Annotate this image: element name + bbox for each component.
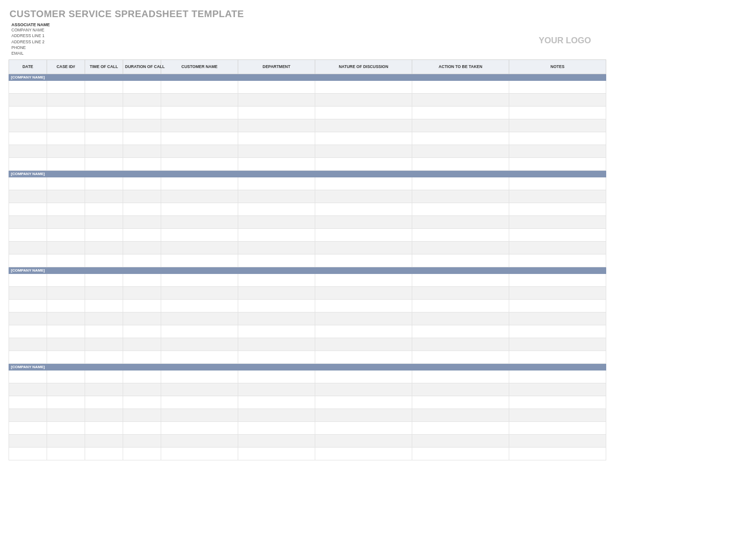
table-cell[interactable] xyxy=(47,228,85,241)
table-cell[interactable] xyxy=(238,145,315,157)
table-cell[interactable] xyxy=(123,312,161,325)
table-cell[interactable] xyxy=(47,203,85,215)
table-cell[interactable] xyxy=(85,80,123,93)
table-cell[interactable] xyxy=(315,434,412,447)
table-cell[interactable] xyxy=(238,93,315,106)
table-cell[interactable] xyxy=(123,447,161,460)
table-cell[interactable] xyxy=(412,177,509,190)
table-cell[interactable] xyxy=(9,383,47,396)
table-cell[interactable] xyxy=(315,203,412,215)
table-cell[interactable] xyxy=(9,299,47,312)
table-cell[interactable] xyxy=(85,254,123,267)
table-cell[interactable] xyxy=(509,215,606,228)
table-cell[interactable] xyxy=(9,338,47,351)
table-cell[interactable] xyxy=(315,215,412,228)
table-cell[interactable] xyxy=(47,421,85,434)
table-cell[interactable] xyxy=(47,215,85,228)
table-cell[interactable] xyxy=(315,396,412,409)
table-cell[interactable] xyxy=(509,203,606,215)
table-cell[interactable] xyxy=(85,190,123,203)
table-cell[interactable] xyxy=(161,351,238,363)
table-cell[interactable] xyxy=(85,299,123,312)
table-cell[interactable] xyxy=(238,434,315,447)
table-cell[interactable] xyxy=(9,254,47,267)
table-cell[interactable] xyxy=(315,80,412,93)
table-cell[interactable] xyxy=(9,370,47,383)
table-cell[interactable] xyxy=(161,325,238,338)
table-cell[interactable] xyxy=(509,421,606,434)
table-cell[interactable] xyxy=(123,351,161,363)
table-cell[interactable] xyxy=(315,325,412,338)
table-cell[interactable] xyxy=(412,106,509,119)
table-cell[interactable] xyxy=(85,351,123,363)
table-cell[interactable] xyxy=(85,145,123,157)
table-cell[interactable] xyxy=(161,145,238,157)
table-cell[interactable] xyxy=(238,409,315,421)
table-cell[interactable] xyxy=(238,383,315,396)
table-cell[interactable] xyxy=(123,409,161,421)
table-cell[interactable] xyxy=(315,157,412,170)
table-cell[interactable] xyxy=(123,325,161,338)
table-cell[interactable] xyxy=(85,132,123,145)
table-cell[interactable] xyxy=(47,254,85,267)
table-cell[interactable] xyxy=(123,157,161,170)
table-cell[interactable] xyxy=(47,157,85,170)
table-cell[interactable] xyxy=(238,228,315,241)
table-cell[interactable] xyxy=(509,157,606,170)
table-cell[interactable] xyxy=(85,325,123,338)
table-cell[interactable] xyxy=(161,434,238,447)
table-cell[interactable] xyxy=(412,325,509,338)
table-cell[interactable] xyxy=(123,93,161,106)
table-cell[interactable] xyxy=(47,434,85,447)
table-cell[interactable] xyxy=(509,254,606,267)
table-cell[interactable] xyxy=(238,203,315,215)
table-cell[interactable] xyxy=(412,80,509,93)
table-cell[interactable] xyxy=(315,106,412,119)
table-cell[interactable] xyxy=(47,177,85,190)
table-cell[interactable] xyxy=(315,299,412,312)
table-cell[interactable] xyxy=(238,241,315,254)
table-cell[interactable] xyxy=(509,132,606,145)
table-cell[interactable] xyxy=(161,447,238,460)
table-cell[interactable] xyxy=(123,273,161,286)
table-cell[interactable] xyxy=(315,190,412,203)
table-cell[interactable] xyxy=(47,119,85,132)
table-cell[interactable] xyxy=(85,434,123,447)
table-cell[interactable] xyxy=(123,203,161,215)
table-cell[interactable] xyxy=(238,312,315,325)
table-cell[interactable] xyxy=(123,434,161,447)
table-cell[interactable] xyxy=(47,286,85,299)
table-cell[interactable] xyxy=(238,286,315,299)
table-cell[interactable] xyxy=(9,157,47,170)
table-cell[interactable] xyxy=(47,370,85,383)
table-cell[interactable] xyxy=(123,145,161,157)
table-cell[interactable] xyxy=(47,299,85,312)
table-cell[interactable] xyxy=(412,286,509,299)
table-cell[interactable] xyxy=(9,203,47,215)
table-cell[interactable] xyxy=(509,93,606,106)
table-cell[interactable] xyxy=(238,299,315,312)
table-cell[interactable] xyxy=(85,421,123,434)
table-cell[interactable] xyxy=(238,80,315,93)
table-cell[interactable] xyxy=(9,132,47,145)
table-cell[interactable] xyxy=(9,119,47,132)
table-cell[interactable] xyxy=(85,338,123,351)
table-cell[interactable] xyxy=(238,215,315,228)
table-cell[interactable] xyxy=(412,215,509,228)
table-cell[interactable] xyxy=(315,286,412,299)
table-cell[interactable] xyxy=(412,132,509,145)
table-cell[interactable] xyxy=(315,228,412,241)
table-cell[interactable] xyxy=(9,286,47,299)
table-cell[interactable] xyxy=(9,80,47,93)
table-cell[interactable] xyxy=(85,228,123,241)
table-cell[interactable] xyxy=(47,273,85,286)
table-cell[interactable] xyxy=(123,383,161,396)
table-cell[interactable] xyxy=(9,312,47,325)
table-cell[interactable] xyxy=(315,312,412,325)
table-cell[interactable] xyxy=(85,447,123,460)
table-cell[interactable] xyxy=(9,325,47,338)
table-cell[interactable] xyxy=(161,106,238,119)
table-cell[interactable] xyxy=(509,177,606,190)
table-cell[interactable] xyxy=(238,190,315,203)
table-cell[interactable] xyxy=(412,254,509,267)
